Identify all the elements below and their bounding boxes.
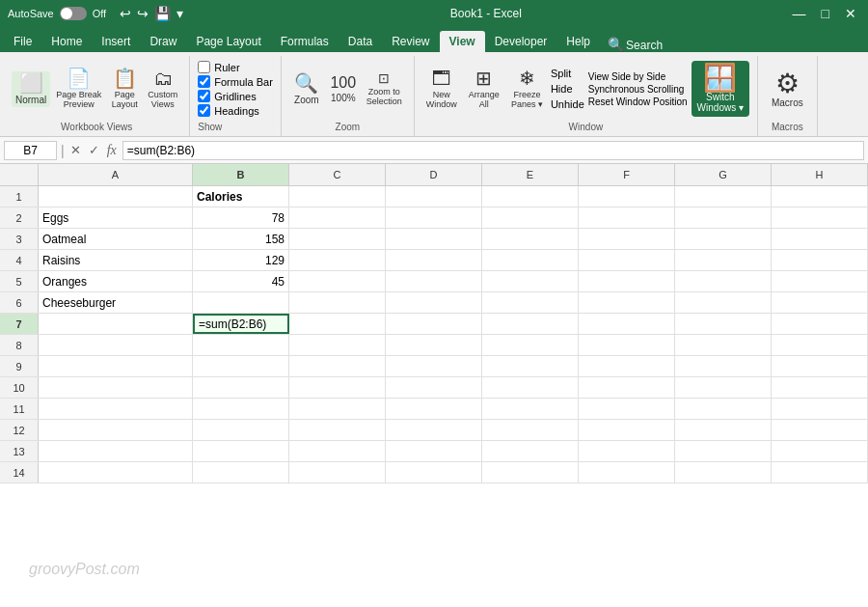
row-header-1[interactable]: 1 — [0, 186, 39, 207]
sync-scroll-button[interactable]: Synchronous Scrolling — [588, 84, 688, 95]
row-header-6[interactable]: 6 — [0, 292, 39, 313]
cell-d7[interactable] — [386, 314, 482, 334]
cell-f8[interactable] — [579, 335, 675, 355]
cell-h4[interactable] — [772, 250, 868, 270]
tab-data[interactable]: Data — [339, 31, 382, 52]
cell-e3[interactable] — [482, 229, 579, 249]
cell-h1[interactable] — [772, 186, 868, 207]
cell-c9[interactable] — [289, 356, 386, 376]
cell-d6[interactable] — [386, 292, 482, 313]
cell-g13[interactable] — [675, 441, 772, 461]
cell-a11[interactable] — [39, 399, 193, 419]
cell-d3[interactable] — [386, 229, 482, 249]
cell-f1[interactable] — [579, 186, 675, 207]
tab-home[interactable]: Home — [41, 31, 92, 52]
row-header-11[interactable]: 11 — [0, 399, 39, 419]
tab-page-layout[interactable]: Page Layout — [186, 31, 270, 52]
new-window-button[interactable]: 🗔 NewWindow — [422, 67, 461, 111]
cell-b5[interactable]: 45 — [193, 271, 289, 291]
cell-h10[interactable] — [772, 377, 868, 398]
cell-g5[interactable] — [675, 271, 772, 291]
search-icon[interactable]: 🔍 — [608, 37, 624, 52]
arrange-all-button[interactable]: ⊞ ArrangeAll — [465, 67, 503, 111]
cell-e2[interactable] — [482, 207, 579, 228]
cell-a7[interactable] — [39, 314, 193, 334]
col-header-g[interactable]: G — [675, 164, 772, 185]
cell-b11[interactable] — [193, 399, 289, 419]
cell-a1[interactable] — [39, 186, 193, 207]
cell-b3[interactable]: 158 — [193, 229, 289, 249]
gridlines-checkbox[interactable] — [198, 90, 210, 102]
cell-c12[interactable] — [289, 420, 386, 440]
save-icon[interactable]: 💾 — [154, 6, 171, 21]
cell-d12[interactable] — [386, 420, 482, 440]
cell-g14[interactable] — [675, 462, 772, 483]
split-button[interactable]: Split — [551, 68, 571, 79]
row-header-5[interactable]: 5 — [0, 271, 39, 291]
cell-h3[interactable] — [772, 229, 868, 249]
zoom-button[interactable]: 🔍 Zoom — [289, 71, 324, 107]
cell-e1[interactable] — [482, 186, 579, 207]
freeze-panes-button[interactable]: ❄ FreezePanes ▾ — [507, 67, 547, 111]
row-header-14[interactable]: 14 — [0, 462, 39, 483]
cell-e13[interactable] — [482, 441, 579, 461]
cell-a4[interactable]: Raisins — [39, 250, 193, 270]
unhide-button[interactable]: Unhide — [551, 98, 584, 110]
cell-h13[interactable] — [772, 441, 868, 461]
cell-a12[interactable] — [39, 420, 193, 440]
cell-e4[interactable] — [482, 250, 579, 270]
row-header-3[interactable]: 3 — [0, 229, 39, 249]
switch-windows-button[interactable]: 🪟 SwitchWindows ▾ — [692, 61, 749, 117]
cell-f13[interactable] — [579, 441, 675, 461]
cell-h14[interactable] — [772, 462, 868, 483]
maximize-button[interactable]: □ — [818, 6, 833, 21]
redo-icon[interactable]: ↪ — [137, 6, 149, 21]
cell-g1[interactable] — [675, 186, 772, 207]
cell-h11[interactable] — [772, 399, 868, 419]
col-header-f[interactable]: F — [579, 164, 675, 185]
cell-e14[interactable] — [482, 462, 579, 483]
cell-b7[interactable]: =sum(B2:B6) — [193, 314, 289, 334]
row-header-10[interactable]: 10 — [0, 377, 39, 398]
cell-b1[interactable]: Calories — [193, 186, 289, 207]
row-header-4[interactable]: 4 — [0, 250, 39, 270]
cell-h12[interactable] — [772, 420, 868, 440]
zoom-100-button[interactable]: 100 100% — [326, 73, 361, 105]
cell-d9[interactable] — [386, 356, 482, 376]
cell-g3[interactable] — [675, 229, 772, 249]
cell-c3[interactable] — [289, 229, 386, 249]
cell-c8[interactable] — [289, 335, 386, 355]
headings-checkbox[interactable] — [198, 104, 210, 117]
cell-e12[interactable] — [482, 420, 579, 440]
undo-icon[interactable]: ↩ — [120, 6, 131, 21]
cell-g8[interactable] — [675, 335, 772, 355]
page-layout-button[interactable]: 📋 PageLayout — [107, 67, 142, 111]
tab-view[interactable]: View — [440, 31, 485, 52]
cell-c11[interactable] — [289, 399, 386, 419]
cell-g11[interactable] — [675, 399, 772, 419]
cell-c10[interactable] — [289, 377, 386, 398]
cell-b10[interactable] — [193, 377, 289, 398]
cell-a10[interactable] — [39, 377, 193, 398]
cell-d13[interactable] — [386, 441, 482, 461]
cell-f6[interactable] — [579, 292, 675, 313]
cell-d8[interactable] — [386, 335, 482, 355]
cell-e7[interactable] — [482, 314, 579, 334]
ruler-checkbox[interactable] — [198, 61, 210, 73]
cell-a5[interactable]: Oranges — [39, 271, 193, 291]
cell-g6[interactable] — [675, 292, 772, 313]
col-header-c[interactable]: C — [289, 164, 386, 185]
cell-c6[interactable] — [289, 292, 386, 313]
tab-formulas[interactable]: Formulas — [271, 31, 339, 52]
cell-f7[interactable] — [579, 314, 675, 334]
cell-h9[interactable] — [772, 356, 868, 376]
normal-view-button[interactable]: ⬜ Normal — [12, 71, 50, 107]
cell-e10[interactable] — [482, 377, 579, 398]
cell-f4[interactable] — [579, 250, 675, 270]
cell-d5[interactable] — [386, 271, 482, 291]
row-header-2[interactable]: 2 — [0, 207, 39, 228]
cell-f9[interactable] — [579, 356, 675, 376]
cell-d2[interactable] — [386, 207, 482, 228]
tab-help[interactable]: Help — [556, 31, 600, 52]
cell-h7[interactable] — [772, 314, 868, 334]
